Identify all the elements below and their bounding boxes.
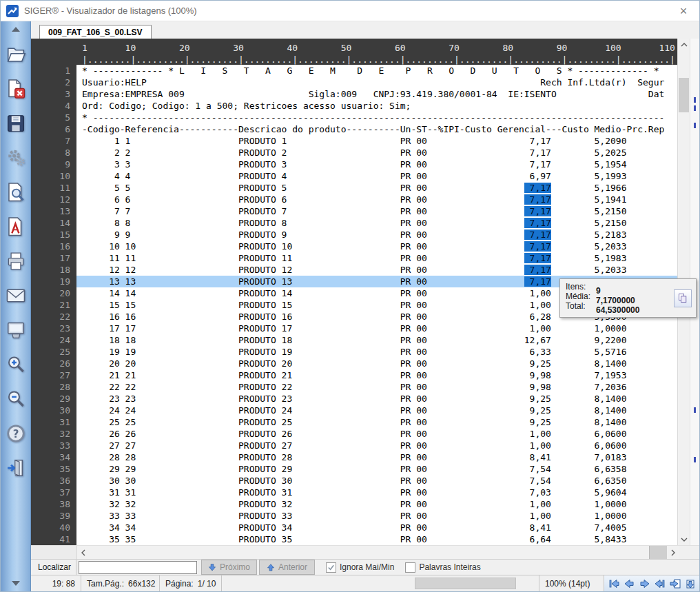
editor-line[interactable]: 25 19 19 PRODUTO 19 PR 00 6,33 5,5716 <box>31 346 677 358</box>
editor-line[interactable]: 13 7 7 PRODUTO 7 PR 00 7,17 5,2150 <box>31 205 677 217</box>
sidebar-scroll-up-icon[interactable] <box>12 27 20 32</box>
print-button[interactable] <box>4 249 28 273</box>
media-label: Média: <box>566 292 590 301</box>
line-text: 26 26 PRODUTO 26 PR 00 1,00 6,0600 <box>76 428 677 440</box>
send-email-button[interactable] <box>4 284 28 307</box>
zoom-level: 100% (14pt) <box>539 575 604 591</box>
column-selection-block: 7,17 <box>524 194 551 205</box>
editor-line[interactable]: 7 1 1 PRODUTO 1 PR 00 7,17 5,2090 <box>31 135 677 147</box>
line-number: 17 <box>31 252 76 264</box>
find-previous-button[interactable]: Anterior <box>259 560 315 575</box>
itens-value: 9 <box>596 286 601 296</box>
search-input[interactable] <box>79 561 197 574</box>
editor-line[interactable]: 12 6 6 PRODUTO 6 PR 00 7,17 5,1941 <box>31 194 677 205</box>
go-to-line-button[interactable] <box>683 578 697 590</box>
editor-line[interactable]: 38 32 32 PRODUTO 32 PR 00 1,00 1,0000 <box>31 498 677 510</box>
preview-button[interactable] <box>4 181 28 204</box>
editor-line[interactable]: 36 30 30 PRODUTO 30 PR 00 7,54 6,6350 <box>31 475 677 487</box>
editor-line[interactable]: 27 21 21 PRODUTO 21 PR 00 9,98 7,1953 <box>31 369 677 381</box>
editor-line[interactable]: 1* ------------- * L I S T A G E M D E P… <box>31 65 677 76</box>
zoom-out-button[interactable] <box>4 387 28 411</box>
vertical-scrollbar-thumb[interactable] <box>679 78 689 112</box>
line-number: 37 <box>31 487 76 498</box>
editor-line[interactable]: 3Empresa:EMPRESA 009 Sigla:009 CNPJ:93.4… <box>31 88 677 100</box>
zoom-in-button[interactable] <box>4 353 28 376</box>
go-to-page-button[interactable] <box>668 578 681 590</box>
editor-line[interactable]: 23 17 17 PRODUTO 17 PR 00 1,00 1,0000 <box>31 323 677 334</box>
editor-line[interactable]: 5* -------------------------------------… <box>31 112 677 123</box>
view-screen-button[interactable] <box>4 318 28 342</box>
line-text: 32 32 PRODUTO 32 PR 00 1,00 1,0000 <box>76 498 677 510</box>
line-number: 30 <box>31 405 76 416</box>
first-page-button[interactable] <box>607 578 621 590</box>
last-page-button[interactable] <box>652 578 666 590</box>
editor-line[interactable]: 35 29 29 PRODUTO 29 PR 00 7,54 6,6358 <box>31 463 677 475</box>
whole-words-checkbox[interactable] <box>405 562 415 573</box>
copy-stats-button[interactable] <box>674 289 692 307</box>
editor-line[interactable]: 28 22 22 PRODUTO 22 PR 00 9,98 7,2036 <box>31 381 677 393</box>
scroll-up-icon[interactable] <box>678 39 690 50</box>
editor-line[interactable]: 2Usuario:HELP Rech Inf.Ltda(r) Segur <box>31 76 677 88</box>
editor-line[interactable]: 41 35 35 PRODUTO 35 PR 00 6,64 5,8433 <box>31 533 677 545</box>
line-text: 25 25 PRODUTO 25 PR 00 9,25 8,1400 <box>76 416 677 428</box>
arrow-down-icon <box>208 563 216 572</box>
editor-line[interactable]: 31 25 25 PRODUTO 25 PR 00 9,25 8,1400 <box>31 416 677 428</box>
horizontal-scrollbar[interactable] <box>31 545 699 559</box>
editor-line[interactable]: 34 28 28 PRODUTO 28 PR 00 8,41 7,0183 <box>31 451 677 463</box>
editor-line[interactable]: 17 11 11 PRODUTO 11 PR 00 7,17 5,1983 <box>31 252 677 264</box>
editor-line[interactable]: 4Ord: Codigo; Codigo: 1 a 500; Restricoe… <box>31 100 677 112</box>
previous-page-button[interactable] <box>622 578 636 590</box>
find-next-button[interactable]: Próximo <box>201 560 257 575</box>
line-text: 30 30 PRODUTO 30 PR 00 7,54 6,6350 <box>76 475 677 487</box>
scroll-left-icon[interactable] <box>77 546 89 559</box>
settings-button[interactable] <box>4 146 28 170</box>
editor-line[interactable]: 10 4 4 PRODUTO 4 PR 00 6,97 5,1993 <box>31 170 677 182</box>
editor-line[interactable]: 11 5 5 PRODUTO 5 PR 00 7,17 5,1966 <box>31 182 677 194</box>
save-file-button[interactable] <box>4 112 28 135</box>
editor-line[interactable]: 14 8 8 PRODUTO 8 PR 00 7,17 5,2150 <box>31 217 677 229</box>
editor-line[interactable]: 30 24 24 PRODUTO 24 PR 00 9,25 8,1400 <box>31 405 677 416</box>
editor-line[interactable]: 32 26 26 PRODUTO 26 PR 00 1,00 6,0600 <box>31 428 677 440</box>
editor-line[interactable]: 16 10 10 PRODUTO 10 PR 00 7,17 5,2033 <box>31 241 677 252</box>
help-button[interactable]: ? <box>4 422 28 445</box>
editor-line[interactable]: 24 18 18 PRODUTO 18 PR 00 12,67 9,2200 <box>31 334 677 346</box>
line-number: 15 <box>31 229 76 241</box>
editor-line[interactable]: 40 34 34 PRODUTO 34 PR 00 8,41 7,4005 <box>31 522 677 533</box>
editor-line[interactable]: 8 2 2 PRODUTO 2 PR 00 7,17 5,2025 <box>31 147 677 159</box>
editor-line[interactable]: 37 31 31 PRODUTO 31 PR 00 7,03 5,9604 <box>31 487 677 498</box>
cursor-position: 19: 88 <box>31 575 81 591</box>
close-file-button[interactable] <box>4 77 28 101</box>
line-number: 7 <box>31 135 76 147</box>
editor-line[interactable]: 15 9 9 PRODUTO 9 PR 00 7,17 5,2183 <box>31 229 677 241</box>
editor-line[interactable]: 29 23 23 PRODUTO 23 PR 00 9,25 8,1400 <box>31 393 677 405</box>
title-bar: SIGER® - Visualizador de listagens (100%… <box>1 1 699 21</box>
line-text: 10 10 PRODUTO 10 PR 00 7,17 5,2033 <box>76 241 677 252</box>
editor-line[interactable]: 9 3 3 PRODUTO 3 PR 00 7,17 5,1954 <box>31 159 677 170</box>
media-value: 7,1700000 <box>596 296 635 305</box>
editor-line[interactable]: 39 33 33 PRODUTO 33 PR 00 1,00 1,0000 <box>31 510 677 522</box>
line-number: 40 <box>31 522 76 533</box>
sidebar-scroll-down-icon[interactable] <box>12 581 20 586</box>
ignore-case-checkbox[interactable] <box>326 562 336 573</box>
exit-button[interactable] <box>4 456 28 480</box>
close-button[interactable]: × <box>672 1 695 21</box>
copy-icon <box>677 293 688 304</box>
line-text: 7 7 PRODUTO 7 PR 00 7,17 5,2150 <box>76 205 677 217</box>
editor-line[interactable]: 6-Codigo-Referencia-----------Descricao … <box>31 123 677 135</box>
line-number: 1 <box>31 65 76 76</box>
document-tab[interactable]: 009_FAT_106_S_00.LSV <box>39 25 152 39</box>
line-text: Usuario:HELP Rech Inf.Ltda(r) Segur <box>76 76 677 88</box>
editor-line[interactable]: 33 27 27 PRODUTO 27 PR 00 1,00 6,0600 <box>31 440 677 451</box>
scroll-right-icon[interactable] <box>667 546 679 559</box>
line-text: 17 17 PRODUTO 17 PR 00 1,00 1,0000 <box>76 323 677 334</box>
scroll-down-icon[interactable] <box>678 533 690 545</box>
open-file-button[interactable] <box>4 43 28 66</box>
editor-line[interactable]: 18 12 12 PRODUTO 12 PR 00 7,17 5,2033 <box>31 264 677 276</box>
next-page-button[interactable] <box>637 578 651 590</box>
export-pdf-button[interactable] <box>4 215 28 238</box>
horizontal-scrollbar-thumb[interactable] <box>89 546 650 559</box>
save-floppy-icon <box>6 113 26 134</box>
line-text: 23 23 PRODUTO 23 PR 00 9,25 8,1400 <box>76 393 677 405</box>
line-text: 4 4 PRODUTO 4 PR 00 6,97 5,1993 <box>76 170 677 182</box>
editor-line[interactable]: 26 20 20 PRODUTO 20 PR 00 9,25 8,1400 <box>31 358 677 369</box>
